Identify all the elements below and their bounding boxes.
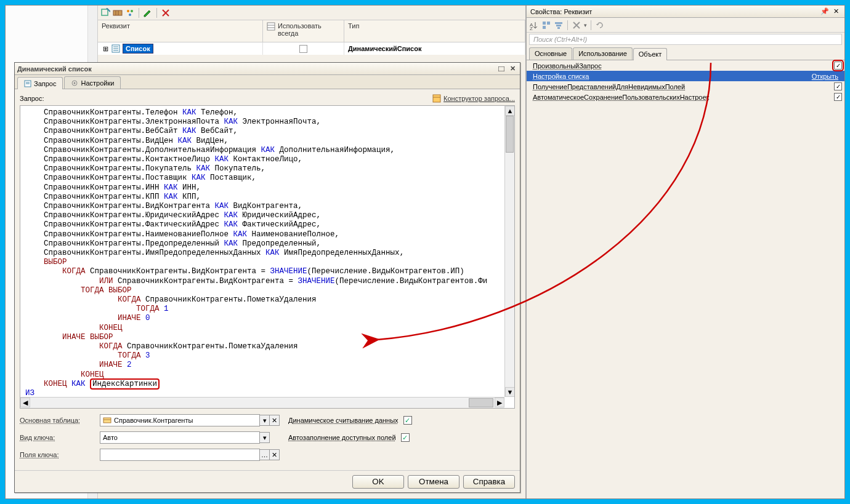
svg-rect-30 <box>103 418 111 423</box>
svg-rect-17 <box>547 22 550 25</box>
prop-label: ПолучениеПредставленийДляНевидимыхПолей <box>533 83 834 90</box>
svg-text:Z: Z <box>530 26 533 30</box>
prop-checkbox[interactable] <box>834 82 842 90</box>
scrollbar-v[interactable]: ▲ ▼ <box>504 106 514 397</box>
key-dropdown-btn[interactable]: ▾ <box>260 432 270 443</box>
svg-point-27 <box>74 82 76 84</box>
close-icon[interactable]: ✕ <box>831 7 841 16</box>
key-fields-input[interactable] <box>100 449 260 461</box>
add-icon[interactable] <box>100 8 110 18</box>
sort-icon[interactable]: AZ <box>529 20 539 30</box>
delete-prop-icon[interactable] <box>572 20 581 30</box>
prop-label: АвтоматическоеСохранениеПользовательских… <box>533 94 834 101</box>
props-toolbar: AZ ▾ <box>527 18 844 33</box>
dialog-tabs: Запрос Настройки <box>15 75 520 89</box>
prop-row-2[interactable]: ПолучениеПредставленийДляНевидимыхПолей <box>527 81 844 92</box>
dialog-titlebar[interactable]: Динамический список ✕ <box>15 63 520 75</box>
prop-checkbox[interactable] <box>834 62 842 70</box>
key-fields-label: Поля ключа: <box>20 451 100 458</box>
table-ref-icon <box>103 416 111 425</box>
add-column-icon[interactable] <box>113 8 123 18</box>
table-icon <box>267 22 275 31</box>
key-type-input[interactable]: Авто <box>100 431 260 444</box>
dropdown-btn[interactable]: ▾ <box>260 415 270 426</box>
svg-rect-19 <box>555 22 562 24</box>
query-editor[interactable]: СправочникКонтрагенты.Телефон КАК Телефо… <box>20 105 515 409</box>
svg-rect-18 <box>543 26 546 29</box>
main-table-label: Основная таблица: <box>20 417 100 424</box>
gear-icon <box>71 79 78 87</box>
filter-icon[interactable] <box>554 20 564 30</box>
prop-link[interactable]: Открыть <box>812 73 838 80</box>
tab-object[interactable]: Объект <box>633 48 667 60</box>
tree-row[interactable]: ⊞ Список ДинамическийСписок <box>98 42 525 55</box>
center-toolbar <box>98 6 525 20</box>
prop-row-3[interactable]: АвтоматическоеСохранениеПользовательских… <box>527 92 844 102</box>
header-use-always: Использовать всегда <box>263 20 344 42</box>
categories-icon[interactable] <box>541 20 551 30</box>
svg-rect-0 <box>102 9 108 15</box>
prop-label: Настройка списка <box>533 73 812 80</box>
dynamic-list-dialog: Динамический список ✕ Запрос Настройки З… <box>14 62 520 493</box>
scrollbar-h[interactable]: ◀ ▶ <box>20 397 504 408</box>
svg-rect-1 <box>113 10 122 15</box>
key-fields-select-btn[interactable]: … <box>260 449 270 460</box>
clear-btn[interactable]: ✕ <box>270 415 280 426</box>
query-label: Запрос: <box>20 95 44 102</box>
tab-main[interactable]: Основные <box>529 47 572 60</box>
svg-rect-7 <box>267 23 275 30</box>
tree-type: ДинамическийСписок <box>344 42 525 55</box>
add-sub-icon[interactable] <box>125 8 135 18</box>
prop-label: ПроизвольныйЗапрос <box>533 62 834 70</box>
tab-settings[interactable]: Настройки <box>64 76 121 89</box>
autofill-label: Автозаполнение доступных полей <box>288 434 396 441</box>
main-table-input[interactable]: Справочник.Контрагенты <box>100 414 260 426</box>
tab-query[interactable]: Запрос <box>17 77 63 89</box>
autofill-checkbox[interactable] <box>401 433 410 442</box>
svg-point-4 <box>127 10 129 12</box>
delete-icon[interactable] <box>161 8 171 18</box>
svg-point-5 <box>131 10 133 12</box>
svg-rect-28 <box>433 95 440 102</box>
key-fields-clear-btn[interactable]: ✕ <box>270 449 280 460</box>
undo-icon[interactable] <box>595 20 605 30</box>
pin-icon[interactable]: 📌 <box>820 7 830 16</box>
header-row: Реквизит Использовать всегда Тип <box>98 20 525 42</box>
tree-item-label[interactable]: Список <box>123 44 153 54</box>
ok-button[interactable]: OK <box>352 475 404 489</box>
key-type-label: Вид ключа: <box>20 434 100 441</box>
close-dialog-icon[interactable]: ✕ <box>508 65 517 73</box>
constructor-icon <box>432 94 441 103</box>
prop-row-0[interactable]: ПроизвольныйЗапрос <box>527 60 844 71</box>
svg-rect-20 <box>556 25 561 26</box>
svg-point-6 <box>129 14 131 16</box>
checkbox-icon[interactable] <box>299 45 307 53</box>
edit-icon[interactable] <box>143 8 153 18</box>
svg-rect-21 <box>557 27 560 29</box>
header-attribute: Реквизит <box>98 20 263 42</box>
svg-rect-22 <box>498 66 504 71</box>
svg-rect-16 <box>543 22 546 25</box>
tab-usage[interactable]: Использование <box>573 47 633 60</box>
constructor-button[interactable]: Конструктор запроса... <box>432 94 515 103</box>
cancel-button[interactable]: Отмена <box>408 475 459 489</box>
list-icon <box>111 44 120 53</box>
dyn-read-label: Динамическое считывание данных <box>288 417 399 424</box>
prop-checkbox[interactable] <box>834 93 842 101</box>
expand-icon[interactable]: ⊞ <box>102 45 109 52</box>
query-icon <box>24 80 31 87</box>
prop-row-1[interactable]: Настройка спискаОткрыть <box>527 71 844 81</box>
maximize-icon[interactable] <box>496 65 506 73</box>
help-button[interactable]: Справка <box>463 475 515 489</box>
props-search[interactable]: Поиск (Ctrl+Alt+I) <box>529 34 842 45</box>
dyn-read-checkbox[interactable] <box>403 416 412 425</box>
props-title: Свойства: Реквизит 📌 ✕ <box>527 6 844 18</box>
props-tabs: Основные Использование Объект <box>527 46 844 60</box>
header-type: Тип <box>344 20 525 42</box>
